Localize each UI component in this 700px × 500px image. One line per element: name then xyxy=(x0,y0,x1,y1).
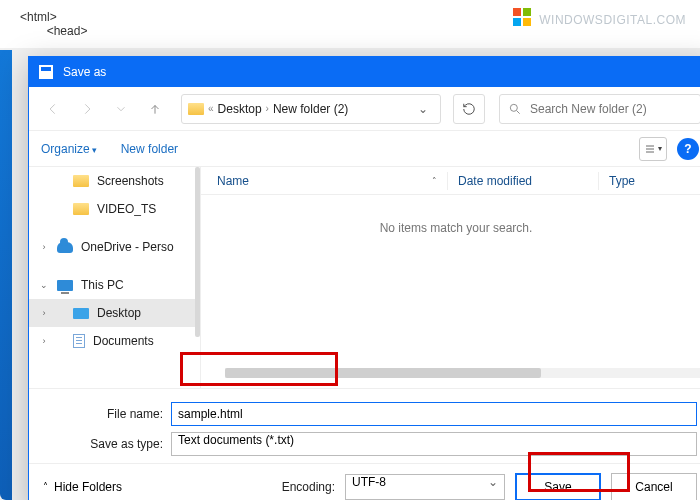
refresh-button[interactable] xyxy=(453,94,485,124)
column-name[interactable]: Name˄ xyxy=(217,174,437,188)
breadcrumb[interactable]: « Desktop › New folder (2) ⌄ xyxy=(181,94,441,124)
sidebar-scrollbar[interactable] xyxy=(195,167,200,337)
save-as-dialog: Save as « Desktop › New folder (2) ⌄ Org… xyxy=(28,56,700,500)
recent-dropdown[interactable] xyxy=(107,95,135,123)
tree-item-onedrive[interactable]: ›OneDrive - Perso xyxy=(29,233,200,261)
desktop-edge xyxy=(0,50,12,500)
expand-icon[interactable]: › xyxy=(39,308,49,318)
sort-indicator-icon: ˄ xyxy=(432,176,437,186)
tree-label: Desktop xyxy=(97,306,141,320)
expand-icon[interactable]: › xyxy=(39,336,49,346)
tree-item-screenshots[interactable]: Screenshots xyxy=(29,167,200,195)
svg-point-0 xyxy=(510,104,517,111)
new-folder-button[interactable]: New folder xyxy=(121,142,178,156)
watermark: WINDOWSDIGITAL.COM xyxy=(513,6,686,29)
hide-folders-button[interactable]: ˄ Hide Folders xyxy=(43,480,122,494)
system-icon xyxy=(39,65,53,79)
folder-icon xyxy=(188,103,204,115)
breadcrumb-separator-icon: « xyxy=(208,103,214,114)
chevron-down-icon: ▾ xyxy=(658,144,662,153)
filename-label: File name: xyxy=(43,407,163,421)
help-button[interactable]: ? xyxy=(677,138,699,160)
column-headers: Name˄ Date modified Type xyxy=(201,167,700,195)
up-button[interactable] xyxy=(141,95,169,123)
breadcrumb-segment[interactable]: New folder (2) xyxy=(273,102,348,116)
tree-item-video-ts[interactable]: VIDEO_TS xyxy=(29,195,200,223)
search-icon xyxy=(508,102,522,116)
scrollbar-thumb[interactable] xyxy=(225,368,541,378)
column-type[interactable]: Type xyxy=(609,174,689,188)
file-list-pane: Name˄ Date modified Type No items match … xyxy=(201,167,700,388)
dialog-title: Save as xyxy=(63,65,106,79)
tree-label: Screenshots xyxy=(97,174,164,188)
folder-icon xyxy=(73,175,89,187)
organize-menu[interactable]: Organize▾ xyxy=(41,142,97,156)
dialog-body: Screenshots VIDEO_TS ›OneDrive - Perso ⌄… xyxy=(29,167,700,388)
forward-button[interactable] xyxy=(73,95,101,123)
horizontal-scrollbar[interactable] xyxy=(225,368,700,378)
filename-input[interactable] xyxy=(171,402,697,426)
nav-row: « Desktop › New folder (2) ⌄ xyxy=(29,87,700,131)
tree-label: Documents xyxy=(93,334,154,348)
chevron-down-icon: ⌄ xyxy=(488,475,498,489)
tree-item-this-pc[interactable]: ⌄This PC xyxy=(29,271,200,299)
folder-icon xyxy=(73,203,89,215)
collapse-icon[interactable]: ⌄ xyxy=(39,280,49,290)
save-as-type-label: Save as type: xyxy=(43,437,163,451)
breadcrumb-dropdown[interactable]: ⌄ xyxy=(412,102,434,116)
column-date-modified[interactable]: Date modified xyxy=(458,174,588,188)
chevron-up-icon: ˄ xyxy=(43,481,48,492)
documents-icon xyxy=(73,334,85,348)
tree-label: VIDEO_TS xyxy=(97,202,156,216)
view-options-button[interactable]: ▾ xyxy=(639,137,667,161)
tree-label: This PC xyxy=(81,278,124,292)
filename-fields: File name: Save as type: Text documents … xyxy=(29,388,700,463)
save-as-type-select[interactable]: Text documents (*.txt) xyxy=(171,432,697,456)
folder-tree: Screenshots VIDEO_TS ›OneDrive - Perso ⌄… xyxy=(29,167,201,388)
chevron-down-icon: ▾ xyxy=(92,145,97,155)
tree-item-desktop[interactable]: ›Desktop xyxy=(29,299,200,327)
desktop-icon xyxy=(73,308,89,319)
list-icon xyxy=(644,143,656,155)
search-input[interactable] xyxy=(530,102,692,116)
titlebar[interactable]: Save as xyxy=(29,57,700,87)
bottom-bar: ˄ Hide Folders Encoding: UTF-8⌄ Save Can… xyxy=(29,463,700,500)
breadcrumb-segment[interactable]: Desktop xyxy=(218,102,262,116)
windows-logo-icon xyxy=(513,8,531,26)
onedrive-icon xyxy=(57,242,73,253)
cancel-button[interactable]: Cancel xyxy=(611,473,697,501)
tree-label: OneDrive - Perso xyxy=(81,240,174,254)
tree-item-documents[interactable]: ›Documents xyxy=(29,327,200,355)
empty-folder-message: No items match your search. xyxy=(201,195,700,261)
expand-icon[interactable]: › xyxy=(39,242,49,252)
chevron-right-icon: › xyxy=(266,103,269,114)
encoding-select[interactable]: UTF-8⌄ xyxy=(345,474,505,500)
encoding-label: Encoding: xyxy=(282,480,335,494)
this-pc-icon xyxy=(57,280,73,291)
toolbar: Organize▾ New folder ▾ ? xyxy=(29,131,700,167)
back-button[interactable] xyxy=(39,95,67,123)
search-box[interactable] xyxy=(499,94,700,124)
save-button[interactable]: Save xyxy=(515,473,601,501)
